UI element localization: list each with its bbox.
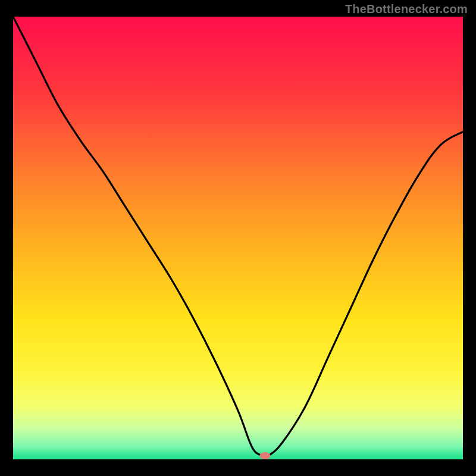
gradient-background — [13, 17, 463, 459]
plot-area — [13, 17, 463, 459]
chart-frame: TheBottlenecker.com — [0, 0, 476, 476]
watermark-text: TheBottlenecker.com — [345, 2, 468, 16]
chart-svg — [13, 17, 463, 459]
optimal-marker — [259, 452, 270, 459]
